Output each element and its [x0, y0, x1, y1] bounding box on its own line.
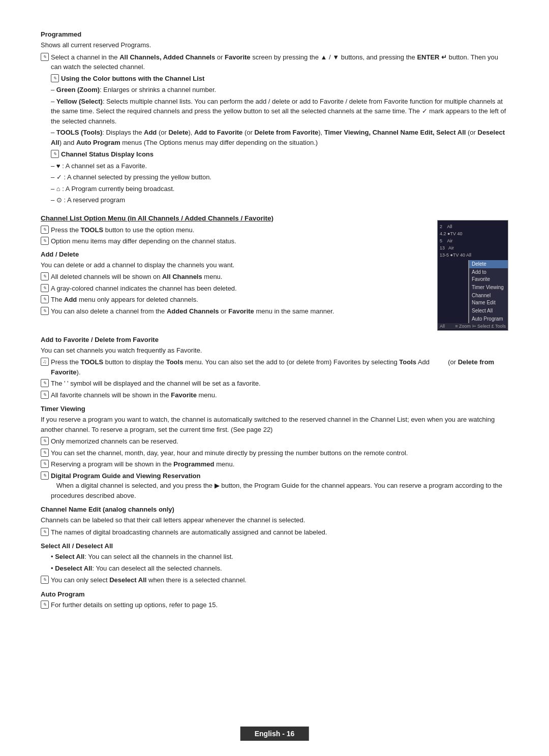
note-icon-ap1: ✎: [41, 601, 49, 609]
note-icon-cl2: ✎: [41, 237, 49, 245]
sa-note1-line: ✎ You can only select Deselect All when …: [41, 575, 508, 585]
note-icon-tv2: ✎: [41, 449, 49, 457]
cl-row-5: 13-5 ●TV 40 All: [438, 251, 508, 259]
note-icon-ad3: ✎: [41, 295, 49, 303]
channel-status-title-line: ✎ Channel Status Display Icons: [51, 149, 508, 160]
note-icon-cl1: ✎: [41, 226, 49, 234]
auto-program-section: Auto Program ✎ For further details on se…: [41, 590, 508, 610]
timer-viewing-section: Timer Viewing If you reserve a program y…: [41, 405, 508, 500]
note-icon-2: ✎: [51, 74, 59, 82]
tv-note2: You can set the channel, month, day, yea…: [51, 448, 508, 458]
note-icon-ad2: ✎: [41, 284, 49, 292]
tv-note3: Reserving a program will be shown in the…: [51, 459, 508, 469]
timer-viewing-title: Timer Viewing: [41, 405, 508, 413]
channel-status-list: ♥ : A channel set as a Favorite. ✓ : A c…: [51, 161, 508, 205]
ad-note3-line: ✎ The Add menu only appears for deleted …: [41, 295, 429, 305]
status-program: ⌂ : A Program currently being broadcast.: [51, 184, 508, 194]
status-check: ✓ : A channel selected by pressing the y…: [51, 172, 508, 182]
tv-note3-line: ✎ Reserving a program will be shown in t…: [41, 459, 508, 469]
ad-note2-line: ✎ A gray-colored channel indicates the c…: [41, 284, 429, 294]
cl-row-2: 4.2 ●TV 40: [438, 230, 508, 237]
note-icon-fav1: ♫: [41, 358, 49, 366]
note-icon-sa1: ✎: [41, 576, 49, 584]
cl-note1: Press the TOOLS button to use the option…: [51, 225, 429, 235]
status-clock: ⊙ : A reserved program: [51, 195, 508, 205]
note-icon-1: ✎: [41, 53, 49, 61]
tv-note1: Only memorized channels can be reserved.: [51, 436, 508, 447]
cl-menu-timer: Timer Viewing: [469, 284, 508, 292]
cl-menu-select-all: Select All: [469, 307, 508, 315]
color-buttons-note-title-line: ✎ Using the Color buttons with the Chann…: [51, 74, 508, 84]
cne-note1: The names of digital broadcasting channe…: [51, 527, 508, 538]
cl-menu-auto-program: Auto Program: [469, 315, 508, 323]
programmed-section: Programmed Shows all current reserved Pr…: [41, 30, 508, 205]
fav-note3-line: ✎ All favorite channels will be shown in…: [41, 390, 508, 400]
note-icon-fav2: ✎: [41, 379, 49, 387]
ad-note3: The Add menu only appears for deleted ch…: [51, 295, 429, 305]
page-content: Programmed Shows all current reserved Pr…: [41, 30, 508, 610]
cl-row-4: 13 Air: [438, 244, 508, 251]
channel-name-title: Channel Name Edit (analog channels only): [41, 506, 508, 513]
color-yellow: Yellow (Select): Selects multiple channe…: [51, 97, 508, 127]
channel-name-edit-section: Channel Name Edit (analog channels only)…: [41, 506, 508, 537]
note-icon-ad1: ✎: [41, 272, 49, 280]
ap-note1-line: ✎ For further details on setting up opti…: [41, 600, 508, 610]
auto-program-title: Auto Program: [41, 590, 508, 598]
note-icon-ad4: ✎: [41, 307, 49, 315]
color-green: Green (Zoom): Enlarges or shrinks a chan…: [51, 85, 508, 95]
fav-note1: Press the TOOLS button to display the To…: [51, 357, 508, 377]
fav-note1-line: ♫ Press the TOOLS button to display the …: [41, 357, 508, 377]
programmed-note1: Select a channel in the All Channels, Ad…: [51, 52, 508, 72]
select-all-item2: Deselect All: You can deselect all the s…: [51, 563, 508, 574]
ad-note1-line: ✎ All deleted channels will be shown on …: [41, 272, 429, 282]
channel-list-option-section: Channel List Option Menu (in All Channel…: [41, 214, 508, 331]
select-all-section: Select All / Deselect All Select All: Yo…: [41, 542, 508, 585]
ad-note2: A gray-colored channel indicates the cha…: [51, 284, 429, 294]
select-all-title: Select All / Deselect All: [41, 542, 508, 550]
programmed-title: Programmed: [41, 30, 508, 38]
tv-note2-line: ✎ You can set the channel, month, day, y…: [41, 448, 508, 458]
favorite-desc: You can set channels you watch frequentl…: [41, 345, 508, 356]
ad-note1: All deleted channels will be shown on Al…: [51, 272, 429, 282]
timer-viewing-desc: If you reserve a program you want to wat…: [41, 415, 508, 434]
tv-note1-line: ✎ Only memorized channels can be reserve…: [41, 436, 508, 447]
footer-label: English - 16: [255, 730, 295, 738]
cl-menu-name-edit: Channel Name Edit: [469, 292, 508, 307]
ad-note4-line: ✎ You can also delete a channel from the…: [41, 306, 429, 317]
note-icon-tv4: ✎: [41, 471, 49, 480]
select-all-list: Select All: You can select all the chann…: [51, 552, 508, 573]
status-heart: ♥ : A channel set as a Favorite.: [51, 161, 508, 171]
channel-list-image: 2 All 4.2 ●TV 40 5 Air 13 Air 13-5 ●TV 4…: [437, 220, 508, 331]
fav-note2: The ' ' symbol will be displayed and the…: [51, 379, 508, 389]
note-icon-3: ✎: [51, 150, 59, 158]
programmed-desc: Shows all current reserved Programs.: [41, 40, 508, 50]
cl-menu-add-favorite: Add to Favorite: [469, 268, 508, 284]
cne-note1-line: ✎ The names of digital broadcasting chan…: [41, 527, 508, 538]
fav-note3: All favorite channels will be shown in t…: [51, 390, 508, 400]
color-tools: TOOLS (Tools): Displays the Add (or Dele…: [51, 128, 508, 147]
cl-note2: Option menu items may differ depending o…: [51, 236, 429, 246]
cl-row-3: 5 Air: [438, 237, 508, 244]
programmed-note1-line: ✎ Select a channel in the All Channels, …: [41, 52, 508, 72]
channel-status-title: Channel Status Display Icons: [61, 149, 508, 160]
note-icon-tv1: ✎: [41, 437, 49, 445]
sa-note1: You can only select Deselect All when th…: [51, 575, 508, 585]
color-buttons-note-title: Using the Color buttons with the Channel…: [61, 74, 508, 84]
tv-note4: Digital Program Guide and Viewing Reserv…: [51, 471, 508, 501]
cl-note1-line: ✎ Press the TOOLS button to use the opti…: [41, 225, 429, 235]
page-footer: English - 16: [240, 727, 309, 741]
color-buttons-list: Green (Zoom): Enlarges or shrinks a chan…: [51, 85, 508, 147]
ad-note4: You can also delete a channel from the A…: [51, 306, 429, 317]
note-icon-fav3: ✎: [41, 391, 49, 399]
fav-note2-line: ✎ The ' ' symbol will be displayed and t…: [41, 379, 508, 389]
cl-note2-line: ✎ Option menu items may differ depending…: [41, 236, 429, 246]
cl-menu-delete: Delete: [469, 260, 508, 268]
cl-row-1: 2 All: [438, 223, 508, 230]
cl-statusbar: All≡ Zoom ⊨ Select £ Tools: [438, 323, 508, 329]
select-all-item1: Select All: You can select all the chann…: [51, 552, 508, 562]
channel-name-desc: Channels can be labeled so that their ca…: [41, 515, 508, 525]
favorite-title: Add to Favorite / Delete from Favorite: [41, 336, 508, 343]
tv-note4-line: ✎ Digital Program Guide and Viewing Rese…: [41, 471, 508, 501]
note-icon-cne1: ✎: [41, 528, 49, 536]
favorite-section: Add to Favorite / Delete from Favorite Y…: [41, 336, 508, 400]
